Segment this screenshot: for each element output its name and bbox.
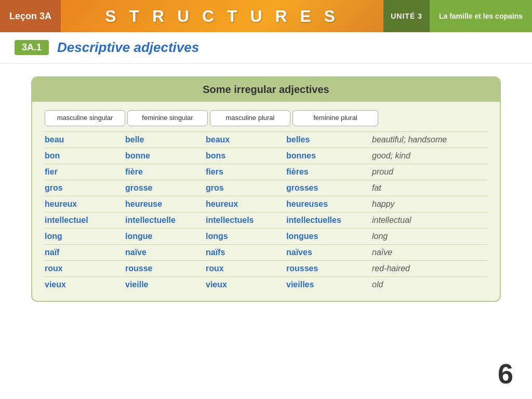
cell-masc-sing: fier <box>45 167 125 177</box>
col-header-masc-pl: masculine plural <box>210 110 290 126</box>
cell-fem-sing: longue <box>125 232 206 241</box>
cell-fem-sing: bonne <box>125 151 206 161</box>
section-number-text: 3A.1 <box>22 42 42 52</box>
cell-fem-pl: grosses <box>286 183 372 193</box>
cell-masc-sing: heureux <box>45 200 125 209</box>
table-row: intellectuel intellectuelle intellectuel… <box>45 212 487 228</box>
col-header-masc-sing: masculine singular <box>45 110 125 126</box>
section-title-text: Descriptive adjectives <box>57 39 199 55</box>
cell-masc-pl: gros <box>206 183 286 193</box>
col-header-empty <box>380 110 487 126</box>
header-subtitle: La famille et les copains <box>430 0 532 32</box>
adjectives-table-card: Some irregular adjectives masculine sing… <box>31 76 501 302</box>
cell-masc-pl: vieux <box>206 280 286 289</box>
section-title-bar: 3A.1 Descriptive adjectives <box>0 32 532 64</box>
cell-fem-pl: bonnes <box>286 151 372 161</box>
cell-masc-sing: long <box>45 232 125 241</box>
col-header-masc-sing-text: masculine singular <box>57 114 113 122</box>
subtitle-text: La famille et les copains <box>439 12 523 20</box>
table-body: masculine singular feminine singular mas… <box>32 102 500 301</box>
cell-english: happy <box>372 200 487 209</box>
cell-masc-sing: beau <box>45 135 125 144</box>
table-heading: Some irregular adjectives <box>32 77 500 102</box>
cell-masc-sing: gros <box>45 183 125 193</box>
table-row: vieux vieille vieux vieilles old <box>45 276 487 292</box>
cell-fem-pl: vieilles <box>286 280 372 289</box>
cell-fem-sing: rousse <box>125 264 206 273</box>
cell-masc-sing: vieux <box>45 280 125 289</box>
cell-english: intellectual <box>372 216 487 225</box>
cell-fem-pl: rousses <box>286 264 372 273</box>
col-header-masc-pl-text: masculine plural <box>226 114 275 122</box>
table-row: naïf naïve naïfs naïves naïve <box>45 244 487 260</box>
table-row: gros grosse gros grosses fat <box>45 180 487 196</box>
cell-fem-sing: belle <box>125 135 206 144</box>
table-row: long longue longs longues long <box>45 228 487 244</box>
cell-english: old <box>372 280 487 289</box>
cell-masc-pl: beaux <box>206 135 286 144</box>
table-heading-text: Some irregular adjectives <box>203 84 329 95</box>
cell-fem-pl: belles <box>286 135 372 144</box>
header-right: UNITÉ 3 La famille et les copains <box>383 0 532 32</box>
structures-title: S T R U C T U R E S <box>61 7 383 26</box>
column-headers: masculine singular feminine singular mas… <box>45 110 487 126</box>
cell-fem-pl: fières <box>286 167 372 177</box>
cell-masc-pl: heureux <box>206 200 286 209</box>
page-number-text: 6 <box>498 358 513 389</box>
cell-fem-pl: naïves <box>286 248 372 257</box>
main-content: Some irregular adjectives masculine sing… <box>0 64 532 314</box>
cell-masc-pl: fiers <box>206 167 286 177</box>
cell-fem-sing: naïve <box>125 248 206 257</box>
cell-masc-pl: intellectuels <box>206 216 286 225</box>
cell-english: proud <box>372 167 487 177</box>
cell-fem-sing: heureuse <box>125 200 206 209</box>
cell-fem-sing: vieille <box>125 280 206 289</box>
unite-label: UNITÉ 3 <box>383 0 430 32</box>
cell-masc-sing: roux <box>45 264 125 273</box>
table-row: fier fière fiers fières proud <box>45 164 487 180</box>
table-row: roux rousse roux rousses red-haired <box>45 260 487 276</box>
cell-fem-pl: heureuses <box>286 200 372 209</box>
unite-text: UNITÉ 3 <box>391 12 422 20</box>
table-row: bon bonne bons bonnes good; kind <box>45 148 487 164</box>
col-header-fem-sing: feminine singular <box>127 110 208 126</box>
lecon-label: Leçon 3A <box>0 0 61 32</box>
cell-fem-sing: fière <box>125 167 206 177</box>
data-rows: beau belle beaux belles beautiful; hands… <box>45 131 487 292</box>
cell-masc-pl: bons <box>206 151 286 161</box>
cell-fem-pl: longues <box>286 232 372 241</box>
cell-fem-sing: intellectuelle <box>125 216 206 225</box>
cell-english: naïve <box>372 248 487 257</box>
structures-text: S T R U C T U R E S <box>105 7 339 25</box>
table-row: beau belle beaux belles beautiful; hands… <box>45 131 487 148</box>
cell-masc-sing: bon <box>45 151 125 161</box>
cell-english: red-haired <box>372 264 487 273</box>
cell-masc-sing: naïf <box>45 248 125 257</box>
col-header-fem-pl: feminine plural <box>292 110 378 126</box>
cell-masc-sing: intellectuel <box>45 216 125 225</box>
page-header: Leçon 3A S T R U C T U R E S UNITÉ 3 La … <box>0 0 532 32</box>
cell-masc-pl: naïfs <box>206 248 286 257</box>
col-header-fem-sing-text: feminine singular <box>142 114 193 122</box>
cell-fem-sing: grosse <box>125 183 206 193</box>
col-header-fem-pl-text: feminine plural <box>313 114 357 122</box>
cell-english: fat <box>372 183 487 193</box>
table-row: heureux heureuse heureux heureuses happy <box>45 196 487 212</box>
cell-masc-pl: roux <box>206 264 286 273</box>
cell-english: good; kind <box>372 151 487 161</box>
cell-fem-pl: intellectuelles <box>286 216 372 225</box>
lecon-text: Leçon 3A <box>9 11 51 22</box>
cell-masc-pl: longs <box>206 232 286 241</box>
page-number: 6 <box>498 357 513 390</box>
section-title: Descriptive adjectives <box>57 39 199 56</box>
section-number: 3A.1 <box>15 40 49 55</box>
cell-english: beautiful; handsome <box>372 135 487 144</box>
cell-english: long <box>372 232 487 241</box>
